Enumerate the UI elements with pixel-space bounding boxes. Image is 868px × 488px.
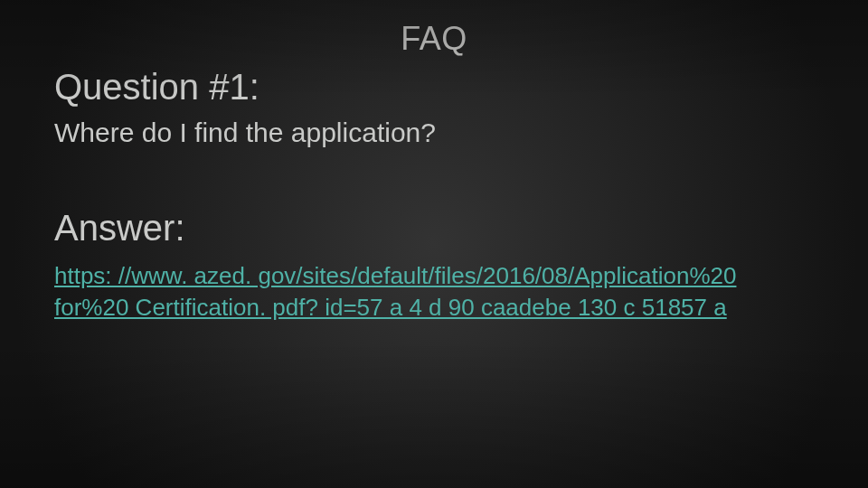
question-heading: Question #1:	[54, 67, 259, 108]
question-text: Where do I find the application?	[54, 117, 436, 148]
faq-slide: FAQ Question #1: Where do I find the app…	[0, 0, 868, 488]
answer-link[interactable]: https: //www. azed. gov/sites/default/fi…	[54, 260, 814, 324]
answer-heading: Answer:	[54, 208, 185, 249]
page-title: FAQ	[0, 20, 868, 58]
